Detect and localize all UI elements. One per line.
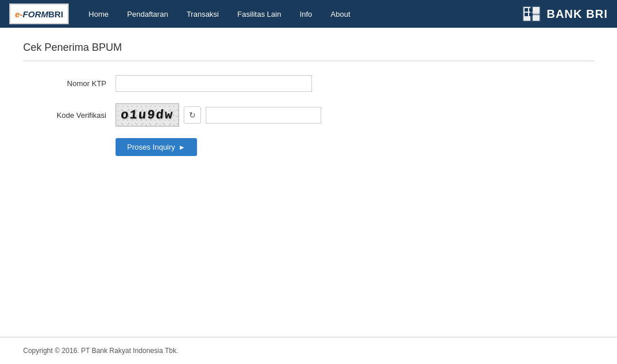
nav-item-transaksi[interactable]: Transaksi xyxy=(179,6,227,22)
logo-form: FORM xyxy=(23,9,48,19)
submit-row: Proses Inquiry ► xyxy=(23,138,428,156)
refresh-captcha-button[interactable]: ↻ xyxy=(184,106,201,124)
svg-rect-4 xyxy=(531,12,540,14)
nav-item-info[interactable]: Info xyxy=(292,6,321,22)
proses-inquiry-label: Proses Inquiry xyxy=(127,143,175,151)
logo-e: e- xyxy=(15,9,23,19)
footer: Copyright © 2016. PT Bank Rakyat Indones… xyxy=(0,337,617,364)
captcha-image: o1u9dw xyxy=(116,103,179,127)
navbar: e-FORMBRI Home Pendaftaran Transaksi Fas… xyxy=(0,0,617,28)
bank-name: BANK BRI xyxy=(547,8,608,21)
kode-verifikasi-label: Kode Verifikasi xyxy=(23,111,116,120)
captcha-text: o1u9dw xyxy=(120,108,174,122)
nomor-ktp-input[interactable] xyxy=(116,75,312,92)
refresh-icon: ↻ xyxy=(189,110,196,120)
logo-bri-text: BRI xyxy=(49,9,64,19)
logo: e-FORMBRI xyxy=(9,3,69,24)
copyright-text: Copyright © 2016. PT Bank Rakyat Indones… xyxy=(23,347,594,355)
svg-rect-8 xyxy=(529,13,533,16)
nav-item-home[interactable]: Home xyxy=(80,6,117,22)
svg-rect-6 xyxy=(529,8,533,12)
arrow-icon: ► xyxy=(179,143,185,151)
page-title: Cek Penerima BPUM xyxy=(23,42,594,54)
kode-verifikasi-row: Kode Verifikasi o1u9dw ↻ xyxy=(23,103,428,127)
svg-rect-3 xyxy=(533,15,540,21)
nav-items: Home Pendaftaran Transaksi Fasilitas Lai… xyxy=(80,6,358,22)
main-content: Cek Penerima BPUM Nomor KTP Kode Verifik… xyxy=(0,28,617,337)
nav-item-pendaftaran[interactable]: Pendaftaran xyxy=(119,6,176,22)
captcha-row: o1u9dw ↻ xyxy=(116,103,321,127)
nav-item-about[interactable]: About xyxy=(322,6,358,22)
form-container: Nomor KTP Kode Verifikasi o1u9dw ↻ Prose… xyxy=(23,75,428,156)
navbar-right: BANK BRI xyxy=(520,3,608,24)
nomor-ktp-row: Nomor KTP xyxy=(23,75,428,92)
captcha-input[interactable] xyxy=(206,107,321,124)
nomor-ktp-label: Nomor KTP xyxy=(23,79,116,88)
svg-rect-5 xyxy=(525,8,528,12)
bank-bri-logo: BANK BRI xyxy=(520,3,608,24)
divider xyxy=(23,61,594,61)
bri-icon xyxy=(520,3,543,24)
svg-rect-2 xyxy=(533,7,540,13)
navbar-left: e-FORMBRI Home Pendaftaran Transaksi Fas… xyxy=(9,3,358,24)
proses-inquiry-button[interactable]: Proses Inquiry ► xyxy=(116,138,197,156)
nav-item-fasilitas-lain[interactable]: Fasilitas Lain xyxy=(229,6,289,22)
svg-rect-7 xyxy=(525,13,528,16)
